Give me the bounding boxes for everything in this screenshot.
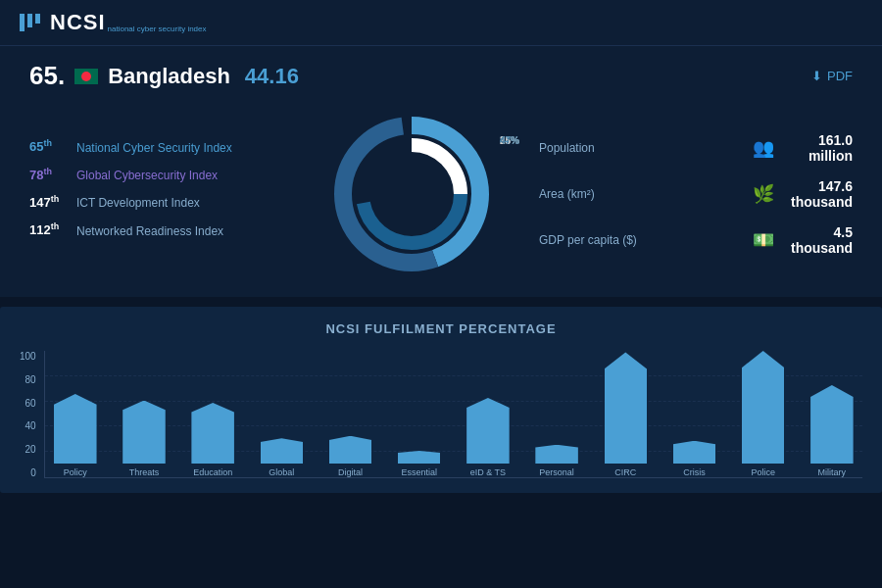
donut-chart-area: 44% 53% 25% 47%	[304, 106, 519, 282]
index-item-2: 147th ICT Development Index	[29, 194, 284, 210]
y-label-60: 60	[25, 398, 36, 409]
pdf-button[interactable]: ⬇ PDF	[811, 69, 853, 83]
logo-bars	[20, 14, 40, 31]
bar-group-personal: Personal	[526, 351, 587, 477]
y-axis: 100 80 60 40 20 0	[20, 351, 44, 478]
bar-label-eid-&-ts: eID & TS	[470, 467, 506, 477]
index-rank-2: 147th	[29, 194, 69, 210]
header: NCSI national cyber security index	[0, 0, 882, 46]
area-value: 147.6thousand	[784, 178, 853, 210]
bar-label-military: Military	[818, 467, 847, 477]
logo-bar-3	[35, 14, 40, 24]
area-label: Area (km²)	[539, 187, 743, 201]
stats-area: Population 👥 161.0million Area (km²) 🌿 1…	[539, 132, 853, 256]
bar-label-personal: Personal	[539, 467, 574, 477]
bar-group-crisis: Crisis	[663, 351, 724, 477]
bars-container: PolicyThreatsEducationGlobalDigitalEssen…	[44, 351, 862, 478]
bar-label-threats: Threats	[129, 467, 160, 477]
indices-list: 65th National Cyber Security Index 78th …	[29, 138, 284, 249]
gdp-icon: 💵	[753, 229, 774, 251]
grid-line-60	[45, 401, 862, 402]
y-label-0: 0	[30, 467, 36, 478]
bar-crisis	[673, 441, 716, 464]
country-score: 44.16	[245, 64, 299, 89]
bar-label-essential: Essential	[401, 467, 437, 477]
area-icon: 🌿	[753, 183, 774, 205]
stat-population: Population 👥 161.0million	[539, 132, 853, 164]
index-label-2: ICT Development Index	[76, 196, 200, 210]
bar-education	[191, 403, 234, 464]
chart-section: NCSI FULFILMENT PERCENTAGE 100 80 60 40 …	[0, 307, 882, 493]
logo-text: NCSI	[50, 10, 106, 35]
info-section: 65th National Cyber Security Index 78th …	[29, 106, 853, 282]
bar-personal	[535, 445, 578, 464]
bar-group-circ: CIRC	[595, 351, 656, 477]
index-label-0: National Cyber Security Index	[76, 141, 232, 155]
logo-bar-2	[27, 14, 32, 27]
bar-group-military: Military	[802, 351, 862, 477]
bar-group-threats: Threats	[114, 351, 174, 477]
stat-area: Area (km²) 🌿 147.6thousand	[539, 178, 853, 210]
stat-gdp: GDP per capita ($) 💵 4.5thousand	[539, 224, 853, 256]
bar-group-police: Police	[733, 351, 794, 477]
y-label-80: 80	[25, 374, 36, 385]
index-label-3: Networked Readiness Index	[76, 224, 223, 238]
index-rank-0: 65th	[29, 138, 69, 154]
y-label-20: 20	[25, 444, 36, 455]
bar-chart-wrapper: 100 80 60 40 20 0 PolicyThreatsEducation…	[20, 351, 862, 478]
bar-digital	[329, 436, 372, 464]
bar-group-essential: Essential	[389, 351, 450, 477]
gdp-label: GDP per capita ($)	[539, 233, 743, 247]
pdf-label: PDF	[827, 69, 853, 83]
logo-bar-1	[20, 14, 24, 31]
grid-line-80	[45, 375, 862, 376]
population-icon: 👥	[753, 137, 774, 159]
bar-group-policy: Policy	[45, 351, 106, 477]
y-label-100: 100	[20, 351, 36, 362]
index-item-1: 78th Global Cybersecurity Index	[29, 167, 284, 182]
bar-circ	[605, 352, 648, 464]
grid-line-40	[45, 425, 862, 426]
bar-policy	[54, 394, 97, 464]
bar-global	[261, 438, 304, 464]
bar-police	[742, 351, 785, 464]
grid-line-20	[45, 451, 862, 452]
bar-group-education: Education	[182, 351, 243, 477]
donut-chart-svg	[323, 106, 500, 282]
donut-label-47: 47%	[500, 135, 519, 146]
index-rank-3: 112th	[29, 221, 69, 237]
rank-number: 65.	[29, 61, 65, 91]
country-name: Bangladesh	[108, 64, 230, 89]
index-item-3: 112th Networked Readiness Index	[29, 221, 284, 237]
download-icon: ⬇	[811, 69, 822, 83]
bar-eid-&-ts	[466, 398, 510, 464]
main-panel: 65. Bangladesh 44.16 ⬇ PDF 65th National…	[0, 46, 882, 297]
population-label: Population	[539, 141, 743, 155]
bar-label-crisis: Crisis	[683, 467, 706, 477]
logo-sub: national cyber security index	[108, 24, 207, 33]
bar-label-circ: CIRC	[614, 467, 636, 477]
index-label-1: Global Cybersecurity Index	[76, 169, 218, 182]
bar-label-police: Police	[751, 467, 775, 477]
population-value: 161.0million	[784, 132, 853, 164]
bar-threats	[122, 401, 166, 465]
gdp-value: 4.5thousand	[784, 224, 853, 256]
index-item-0: 65th National Cyber Security Index	[29, 138, 284, 154]
bar-group-digital: Digital	[319, 351, 380, 477]
bar-essential	[398, 451, 441, 464]
bar-label-policy: Policy	[64, 467, 87, 477]
y-label-40: 40	[25, 420, 36, 431]
chart-title: NCSI FULFILMENT PERCENTAGE	[20, 321, 862, 336]
bar-group-eid-&-ts: eID & TS	[458, 351, 518, 477]
country-flag	[74, 69, 98, 84]
bar-group-global: Global	[251, 351, 312, 477]
index-rank-1: 78th	[29, 167, 69, 182]
bar-label-education: Education	[193, 467, 232, 477]
country-row: 65. Bangladesh 44.16 ⬇ PDF	[29, 61, 853, 91]
bar-military	[810, 385, 854, 464]
bar-label-digital: Digital	[338, 467, 363, 477]
bar-label-global: Global	[269, 467, 294, 477]
